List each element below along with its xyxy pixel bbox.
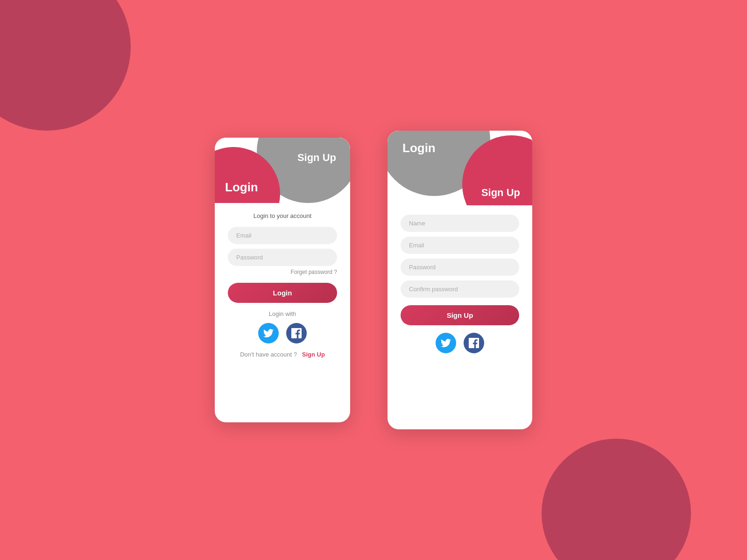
signup-confirm-password-input[interactable]: [401, 280, 519, 298]
twitter-icon: [441, 338, 451, 348]
goto-signup-link[interactable]: Sign Up: [302, 351, 325, 358]
login-facebook-button[interactable]: [286, 323, 307, 343]
signup-twitter-button[interactable]: [436, 333, 456, 353]
facebook-icon: [469, 338, 479, 348]
login-header-signup-tab[interactable]: Sign Up: [297, 152, 336, 164]
login-subtitle: Login to your account: [254, 212, 311, 219]
login-card: Sign Up Login Login to your account Forg…: [215, 138, 350, 422]
twitter-icon: [263, 328, 274, 338]
login-password-input[interactable]: [228, 249, 337, 266]
no-account-prompt: Don't have account ? Sign Up: [240, 351, 325, 358]
signup-header-signup-tab[interactable]: Sign Up: [481, 187, 520, 199]
login-twitter-button[interactable]: [258, 323, 279, 343]
forgot-password-link[interactable]: Forget password ?: [291, 269, 337, 275]
signup-facebook-button[interactable]: [464, 333, 484, 353]
login-card-header: Sign Up Login: [215, 138, 350, 203]
login-button[interactable]: Login: [228, 283, 337, 303]
login-email-input[interactable]: [228, 227, 337, 244]
signup-social-icons: [436, 333, 484, 353]
facebook-icon: [291, 328, 302, 338]
login-social-icons: [258, 323, 307, 343]
signup-name-input[interactable]: [401, 215, 519, 232]
signup-card-body: Sign Up: [388, 205, 532, 372]
signup-card-header: Login Sign Up: [388, 131, 532, 205]
login-with-label: Login with: [269, 310, 296, 317]
cards-container: Sign Up Login Login to your account Forg…: [215, 131, 532, 429]
signup-email-input[interactable]: [401, 237, 519, 254]
bg-circle-bottom-right: [542, 439, 691, 560]
login-card-body: Login to your account Forget password ? …: [215, 203, 350, 369]
signup-button[interactable]: Sign Up: [401, 305, 519, 325]
signup-header-login-tab[interactable]: Login: [402, 141, 436, 155]
signup-card: Login Sign Up Sign Up: [388, 131, 532, 429]
login-header-login-tab[interactable]: Login: [225, 180, 258, 195]
signup-password-input[interactable]: [401, 259, 519, 276]
bg-circle-top-left: [0, 0, 131, 131]
